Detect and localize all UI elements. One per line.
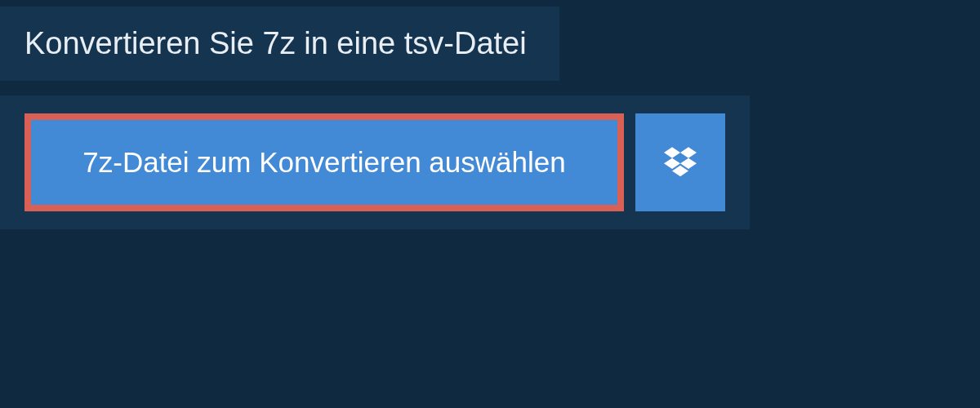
select-file-button[interactable]: 7z-Datei zum Konvertieren auswählen — [24, 113, 624, 211]
select-file-label: 7z-Datei zum Konvertieren auswählen — [82, 146, 565, 179]
dropbox-button[interactable] — [635, 113, 725, 211]
dropbox-icon — [664, 144, 697, 180]
page-title: Konvertieren Sie 7z in eine tsv-Datei — [24, 26, 527, 61]
upload-panel: 7z-Datei zum Konvertieren auswählen — [0, 95, 750, 229]
header-tab: Konvertieren Sie 7z in eine tsv-Datei — [0, 7, 559, 81]
